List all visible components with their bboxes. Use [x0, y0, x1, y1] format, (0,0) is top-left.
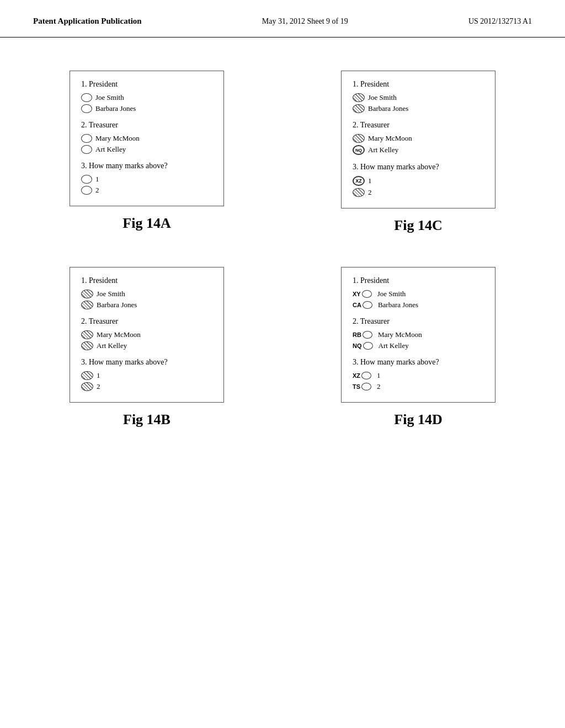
figure-14a: 1. President Joe Smith Barbara Jones 2. … — [33, 71, 260, 234]
filled-oval-indicator — [81, 290, 93, 298]
section-title: 2. Treasurer — [353, 121, 484, 130]
nq-circle-indicator: NQ — [353, 145, 365, 155]
section-title: 2. Treasurer — [81, 317, 212, 326]
empty-circle-indicator — [81, 175, 92, 184]
ballot-item: Mary McMoon — [81, 134, 212, 143]
prefix-label: NQ — [353, 342, 362, 349]
section-title: 3. How many marks above? — [353, 163, 484, 172]
publication-date-sheet: May 31, 2012 Sheet 9 of 19 — [262, 17, 348, 26]
ballot-item: XZ 1 — [353, 176, 484, 186]
filled-oval-indicator — [353, 188, 365, 197]
figure-label-14b: Fig 14B — [123, 411, 170, 428]
figure-label-14a: Fig 14A — [122, 215, 170, 232]
filled-oval-indicator — [81, 301, 93, 309]
filled-oval-indicator — [353, 104, 365, 113]
section-title: 1. President — [353, 276, 484, 285]
section-title: 3. How many marks above? — [353, 358, 484, 367]
figure-label-14c: Fig 14C — [394, 217, 442, 234]
ballot-box-14a: 1. President Joe Smith Barbara Jones 2. … — [70, 71, 224, 206]
figures-grid: 1. President Joe Smith Barbara Jones 2. … — [33, 71, 532, 428]
ballot-item: CA Barbara Jones — [353, 301, 484, 309]
main-content: 1. President Joe Smith Barbara Jones 2. … — [0, 38, 565, 450]
ballot-box-14b: 1. President Joe Smith Barbara Jones 2. … — [70, 267, 224, 403]
small-circle-indicator — [362, 290, 372, 298]
prefix-label: XY — [353, 291, 361, 297]
small-circle-indicator — [363, 301, 372, 309]
filled-oval-indicator — [81, 382, 93, 391]
prefix-label: RB — [353, 331, 361, 338]
filled-oval-indicator — [353, 134, 365, 143]
figure-14b: 1. President Joe Smith Barbara Jones 2. … — [33, 267, 260, 428]
ballot-item: 2 — [353, 188, 484, 197]
ballot-item: Joe Smith — [81, 290, 212, 298]
empty-circle-indicator — [81, 134, 92, 143]
ballot-item: 2 — [81, 186, 212, 195]
ballot-item: Barbara Jones — [81, 301, 212, 309]
ballot-item: Barbara Jones — [353, 104, 484, 113]
ballot-item: TS 2 — [353, 382, 484, 391]
publication-type: Patent Application Publication — [33, 17, 142, 26]
filled-oval-indicator — [81, 330, 93, 339]
ballot-item: Art Kelley — [81, 341, 212, 350]
section-title: 1. President — [81, 276, 212, 285]
ballot-item: 1 — [81, 371, 212, 380]
ballot-item: Joe Smith — [353, 93, 484, 102]
small-circle-indicator — [363, 331, 372, 339]
empty-circle-indicator — [81, 104, 92, 113]
ballot-item: RB Mary McMoon — [353, 330, 484, 339]
ballot-item: XZ 1 — [353, 371, 484, 380]
small-circle-indicator — [361, 383, 371, 390]
ballot-item: Mary McMoon — [353, 134, 484, 143]
figure-14c: 1. President Joe Smith Barbara Jones 2. … — [305, 71, 532, 234]
ballot-item: Joe Smith — [81, 93, 212, 102]
empty-circle-indicator — [81, 93, 92, 102]
figure-label-14d: Fig 14D — [394, 411, 442, 428]
ballot-box-14c: 1. President Joe Smith Barbara Jones 2. … — [341, 71, 495, 208]
section-title: 3. How many marks above? — [81, 162, 212, 170]
small-circle-indicator — [361, 372, 371, 379]
section-title: 3. How many marks above? — [81, 358, 212, 367]
page-header: Patent Application Publication May 31, 2… — [0, 0, 565, 38]
empty-circle-indicator — [81, 145, 92, 154]
ballot-item: NQ Art Kelley — [353, 145, 484, 155]
ballot-item: NQ Art Kelley — [353, 341, 484, 350]
section-title: 1. President — [81, 80, 212, 89]
section-title: 2. Treasurer — [81, 121, 212, 130]
section-title: 2. Treasurer — [353, 317, 484, 326]
figure-14d: 1. President XY Joe Smith CA Barbara Jon… — [305, 267, 532, 428]
ballot-item: XY Joe Smith — [353, 290, 484, 298]
small-circle-indicator — [363, 342, 373, 350]
filled-oval-indicator — [81, 341, 93, 350]
filled-oval-indicator — [81, 371, 93, 380]
filled-oval-indicator — [353, 93, 365, 102]
prefix-label: XZ — [353, 372, 360, 379]
empty-circle-indicator — [81, 186, 92, 195]
ballot-item: Art Kelley — [81, 145, 212, 154]
prefix-label: CA — [353, 302, 361, 308]
ballot-item: Mary McMoon — [81, 330, 212, 339]
ballot-item: 1 — [81, 175, 212, 184]
xz-circle-indicator: XZ — [353, 176, 365, 186]
ballot-item: 2 — [81, 382, 212, 391]
prefix-label: TS — [353, 383, 360, 390]
section-title: 1. President — [353, 80, 484, 89]
publication-number: US 2012/132713 A1 — [468, 17, 532, 26]
ballot-box-14d: 1. President XY Joe Smith CA Barbara Jon… — [341, 267, 495, 403]
ballot-item: Barbara Jones — [81, 104, 212, 113]
